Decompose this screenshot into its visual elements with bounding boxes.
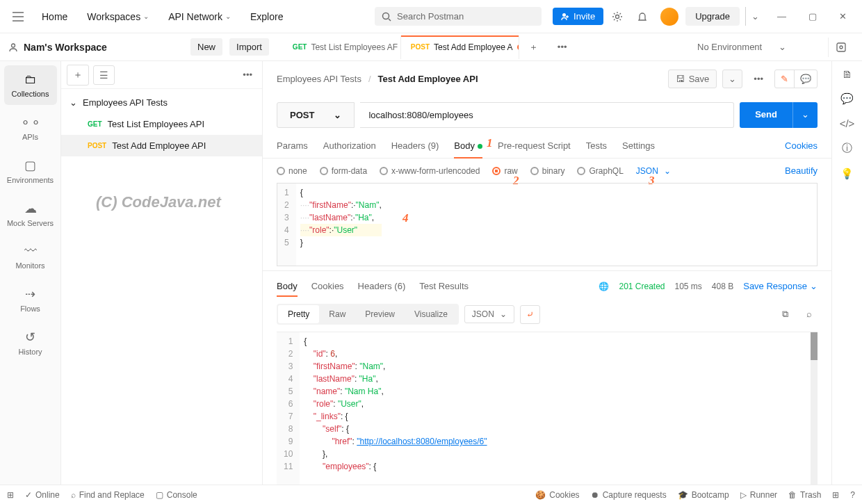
body-binary[interactable]: binary <box>530 166 565 176</box>
sb-trash[interactable]: 🗑Trash <box>788 490 821 500</box>
console[interactable]: ▢Console <box>156 490 197 500</box>
request-tab[interactable]: GET Test List Employees AF <box>283 35 401 59</box>
view-preview[interactable]: Preview <box>355 305 405 323</box>
sb-help[interactable]: ? <box>850 490 855 500</box>
url-input[interactable]: localhost:8080/employees <box>360 102 734 128</box>
request-tab-active[interactable]: POST Test Add Employee A <box>401 35 519 59</box>
nav-explore[interactable]: Explore <box>242 7 291 26</box>
view-raw[interactable]: Raw <box>319 305 355 323</box>
rail-apis[interactable]: ⚬⚬APIs <box>4 108 57 148</box>
comment-toggle[interactable]: ✎💬 <box>774 70 818 88</box>
globe-icon[interactable]: 🌐 <box>599 282 609 291</box>
copy-icon[interactable]: ⧉ <box>776 304 794 324</box>
chevron-down-icon: ⌄ <box>810 281 818 291</box>
more-actions[interactable]: ••• <box>748 70 769 88</box>
wrap-lines-button[interactable]: ⤶ <box>520 305 540 324</box>
avatar[interactable] <box>660 8 678 26</box>
settings-icon[interactable] <box>606 7 628 26</box>
comments-icon[interactable]: 💬 <box>840 92 854 105</box>
info-icon[interactable]: ⓘ <box>842 142 852 155</box>
code-icon[interactable]: </> <box>840 117 855 129</box>
tree-item-selected[interactable]: POST Test Add Employee API <box>61 135 262 156</box>
tab-headers[interactable]: Headers (9) <box>391 133 439 158</box>
response-tab-headers[interactable]: Headers (6) <box>358 275 406 297</box>
bulb-icon[interactable]: 💡 <box>840 168 854 180</box>
upgrade-dropdown[interactable]: ⌄ <box>745 7 765 26</box>
save-response[interactable]: Save Response⌄ <box>743 281 818 291</box>
rail-history[interactable]: ↺History <box>4 323 57 363</box>
view-pretty[interactable]: Pretty <box>278 305 319 323</box>
response-body-viewer[interactable]: 1234567891011 { "id": 6, "firstName": "N… <box>277 332 818 485</box>
sidebar-options[interactable]: ••• <box>238 67 257 83</box>
breadcrumb-root[interactable]: Employees API Tests <box>277 74 361 84</box>
beautify-link[interactable]: Beautify <box>785 165 818 176</box>
env-quicklook-icon[interactable] <box>828 38 854 57</box>
menu-icon[interactable] <box>6 8 31 26</box>
method-select[interactable]: POST⌄ <box>277 102 355 128</box>
chevron-down-icon: ⌄ <box>664 166 671 176</box>
bell-icon[interactable] <box>631 7 653 26</box>
add-collection-button[interactable]: ＋ <box>67 65 89 86</box>
online-status[interactable]: ✓Online <box>25 490 60 500</box>
tree-folder[interactable]: ⌄ Employees API Tests <box>61 92 262 113</box>
send-dropdown[interactable]: ⌄ <box>792 102 818 128</box>
body-form-data[interactable]: form-data <box>320 166 367 176</box>
workspace-name[interactable]: Nam's Workspace <box>8 42 184 53</box>
tab-tests[interactable]: Tests <box>586 133 607 158</box>
sb-bootcamp[interactable]: 🎓Bootcamp <box>678 490 729 500</box>
environment-select[interactable]: No Environment⌄ <box>689 38 821 56</box>
response-tab-results[interactable]: Test Results <box>419 275 469 297</box>
nav-home[interactable]: Home <box>33 7 76 26</box>
annotation: 1 <box>487 136 493 150</box>
rail-mock-servers[interactable]: ☁Mock Servers <box>4 194 57 234</box>
scrollbar[interactable] <box>811 332 818 485</box>
body-raw[interactable]: raw <box>492 166 517 176</box>
chevron-down-icon: ⌄ <box>779 42 786 52</box>
body-graphql[interactable]: GraphQL <box>577 166 623 176</box>
view-visualize[interactable]: Visualize <box>405 305 457 323</box>
body-none[interactable]: none <box>277 166 307 176</box>
window-close[interactable]: ✕ <box>829 7 856 26</box>
tab-settings[interactable]: Settings <box>622 133 655 158</box>
raw-type-select[interactable]: JSON⌄ <box>636 166 671 176</box>
response-tab-cookies[interactable]: Cookies <box>311 275 344 297</box>
sb-panes[interactable]: ⊞ <box>832 490 839 500</box>
body-urlencoded[interactable]: x-www-form-urlencoded <box>380 166 480 176</box>
rail-monitors[interactable]: 〰Monitors <box>4 237 57 277</box>
tab-prerequest[interactable]: Pre-request Script <box>498 133 571 158</box>
search-icon[interactable]: ⌕ <box>801 304 818 324</box>
status-code: 201 Created <box>619 282 665 291</box>
filter-button[interactable]: ☰ <box>93 65 115 85</box>
nav-workspaces[interactable]: Workspaces⌄ <box>79 7 157 26</box>
tree-item[interactable]: GET Test List Employees API <box>61 113 262 135</box>
sb-capture[interactable]: ⏺Capture requests <box>591 490 667 500</box>
save-button[interactable]: 🖫Save <box>668 70 717 88</box>
docs-icon[interactable]: 🗎 <box>842 68 852 80</box>
sb-runner[interactable]: ▷Runner <box>740 490 777 500</box>
cookies-link[interactable]: Cookies <box>785 140 818 151</box>
find-replace[interactable]: ⌕Find and Replace <box>71 490 145 500</box>
response-tab-body[interactable]: Body <box>277 275 298 297</box>
layout-toggle[interactable]: ⊞ <box>7 490 14 500</box>
tab-params[interactable]: Params <box>277 133 308 158</box>
rail-environments[interactable]: ▢Environments <box>4 151 57 191</box>
import-button[interactable]: Import <box>229 38 269 56</box>
request-body-editor[interactable]: 12345 { ····"firstName":·"Nam", ····"las… <box>277 183 818 266</box>
save-dropdown[interactable]: ⌄ <box>722 70 742 88</box>
window-maximize[interactable]: ▢ <box>799 7 827 26</box>
sb-cookies[interactable]: 🍪Cookies <box>535 490 579 500</box>
response-type-select[interactable]: JSON⌄ <box>464 305 514 323</box>
nav-api-network[interactable]: API Network⌄ <box>160 7 239 26</box>
new-tab-button[interactable]: ＋ <box>519 35 548 59</box>
new-button[interactable]: New <box>190 38 222 56</box>
tab-options[interactable]: ••• <box>548 36 577 58</box>
send-button[interactable]: Send ⌄ <box>740 102 818 128</box>
upgrade-button[interactable]: Upgrade <box>685 7 740 26</box>
invite-button[interactable]: Invite <box>553 8 603 25</box>
rail-flows[interactable]: ⇢Flows <box>4 279 57 320</box>
rail-collections[interactable]: 🗀Collections <box>4 65 57 105</box>
tab-authorization[interactable]: Authorization <box>323 133 376 158</box>
window-minimize[interactable]: — <box>767 7 796 26</box>
search-input[interactable]: Search Postman <box>375 7 542 26</box>
tab-body[interactable]: Body <box>454 133 482 158</box>
